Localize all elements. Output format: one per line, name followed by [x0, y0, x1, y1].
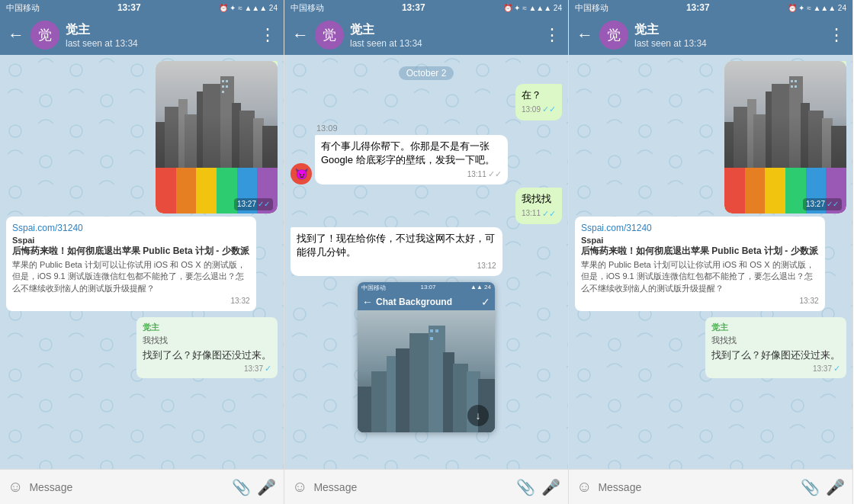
- bottom-bar-3: ☺ 📎 🎤: [569, 469, 852, 504]
- image-bubble: 13:27 ✓✓: [156, 61, 278, 213]
- link-title: 后悔药来啦！如何彻底退出苹果 Public Beta 计划 - 少数派: [12, 245, 250, 258]
- bubble-in2: 找到了！现在给你传，不过我这网不太好，可能得几分钟。 13:12: [291, 227, 502, 276]
- icons-2: ⏰ ✦ ≈ ▲▲▲ 24: [503, 4, 562, 12]
- svg-rect-30: [430, 337, 433, 340]
- menu-button-3[interactable]: ⋮: [828, 25, 845, 45]
- link-time-3: 13:32: [581, 297, 819, 305]
- svg-rect-13: [226, 80, 228, 82]
- svg-rect-31: [724, 61, 846, 168]
- emoji-icon-1[interactable]: ☺: [8, 478, 23, 496]
- double-check-icon-3: ✓✓: [827, 199, 839, 210]
- back-button-2[interactable]: ←: [292, 27, 309, 43]
- message-input-3[interactable]: [598, 481, 795, 493]
- svg-rect-16: [222, 91, 224, 93]
- link-card-3[interactable]: Sspai.com/31240 Sspai 后悔药来啦！如何彻底退出苹果 Pub…: [575, 217, 825, 311]
- attachment-icon-2[interactable]: 📎: [516, 478, 535, 496]
- link-time: 13:32: [12, 297, 250, 305]
- link-card[interactable]: Sspai.com/31240 Sspai 后悔药来啦！如何彻底退出苹果 Pub…: [6, 217, 256, 311]
- image-bubble-3: 13:27 ✓✓: [724, 61, 846, 213]
- emoji-icon-3[interactable]: ☺: [576, 478, 592, 496]
- back-button-3[interactable]: ←: [576, 27, 593, 43]
- svg-rect-6: [203, 84, 222, 168]
- double-check-q1: ✓✓: [542, 104, 556, 115]
- microphone-icon-1[interactable]: 🎤: [257, 478, 276, 496]
- chat-header-1: ← 觉 觉主 last seen at 13:34 ⋮: [0, 15, 284, 55]
- avatar-3: 觉: [599, 21, 628, 50]
- bottom-bar-2: ☺ 📎 🎤: [284, 469, 568, 504]
- svg-rect-32: [724, 122, 736, 168]
- in1-time-top: 13:09: [315, 124, 562, 133]
- quote-text-3: 我找找: [711, 335, 840, 346]
- phone-mockup: 中国移动 13:07 ▲▲ 24 ← Chat Background ✓: [358, 282, 495, 432]
- svg-rect-23: [429, 326, 445, 432]
- svg-rect-1: [156, 122, 167, 168]
- svg-rect-12: [222, 80, 224, 82]
- back-button-1[interactable]: ←: [8, 27, 24, 43]
- msg-row-q1: 在？ 13:09 ✓✓: [291, 84, 562, 120]
- microphone-icon-2[interactable]: 🎤: [541, 478, 560, 496]
- svg-rect-11: [262, 126, 278, 168]
- contact-info-1: 觉主 last seen at 13:34: [66, 22, 253, 49]
- bubble-image-3: 13:27 ✓✓: [724, 61, 846, 213]
- menu-button-1[interactable]: ⋮: [259, 25, 276, 45]
- panel-middle: 中国移动 13:37 ⏰ ✦ ≈ ▲▲▲ 24 ← 觉 觉主 last seen…: [284, 0, 569, 504]
- quote-meta: 13:37 ✓: [143, 364, 271, 374]
- link-body: 苹果的 Public Beta 计划可以让你试用 iOS 和 OS X 的测试版…: [12, 259, 250, 294]
- link-url[interactable]: Sspai.com/31240: [12, 223, 250, 233]
- msg-row-quote: 觉主 我找找 找到了么？好像图还没过来。 13:37 ✓: [6, 317, 278, 378]
- time-3: 13:37: [686, 2, 710, 13]
- quote-main-3: 找到了么？好像图还没过来。: [711, 348, 840, 362]
- incoming-avatar-1: 😈: [291, 163, 312, 185]
- svg-rect-46: [795, 85, 797, 88]
- carrier-3: 中国移动: [575, 2, 608, 14]
- panel-right: 中国移动 13:37 ⏰ ✦ ≈ ▲▲▲ 24 ← 觉 觉主 last seen…: [569, 0, 853, 504]
- meta-out1: 13:11 ✓✓: [522, 208, 556, 220]
- message-input-1[interactable]: [29, 481, 226, 493]
- chat-header-2: ← 觉 觉主 last seen at 13:34 ⋮: [284, 15, 568, 55]
- menu-button-2[interactable]: ⋮: [544, 25, 560, 45]
- city-svg: [156, 61, 278, 168]
- chat-body-1[interactable]: 13:27 ✓✓ Sspai.com/31240 Sspai 后悔药来啦！如何彻…: [0, 55, 284, 469]
- chat-body-3[interactable]: 13:27 ✓✓ Sspai.com/31240 Sspai 后悔药来啦！如何彻…: [569, 55, 852, 469]
- bubble-out1: 我找找 13:11 ✓✓: [515, 188, 562, 224]
- panel-left: 中国移动 13:37 ⏰ ✦ ≈ ▲▲▲ 24 ← 觉 觉主 last seen…: [0, 0, 284, 504]
- phone-body: ↓: [358, 310, 495, 432]
- contact-info-3: 觉主 last seen at 13:34: [634, 22, 822, 49]
- phone-status-bar: 中国移动 13:07 ▲▲ 24: [358, 282, 495, 294]
- time-2: 13:37: [402, 2, 425, 13]
- meta-in2: 13:12: [297, 261, 496, 271]
- quote-text: 我找找: [143, 335, 271, 346]
- chat-body-2[interactable]: October 2 在？ 13:09 ✓✓ 😈 13:09 有个事儿得你帮下。你…: [284, 55, 568, 469]
- meta-in1: 13:11 ✓✓: [321, 169, 502, 180]
- msg-row-quote-3: 觉主 我找找 找到了么？好像图还没过来。 13:37 ✓: [575, 317, 846, 378]
- city-image: [156, 61, 278, 168]
- svg-rect-41: [822, 118, 833, 168]
- svg-rect-25: [453, 364, 468, 432]
- emoji-icon-2[interactable]: ☺: [292, 478, 307, 496]
- icons-3: ⏰ ✦ ≈ ▲▲▲ 24: [788, 4, 846, 12]
- contact-name-3: 觉主: [634, 22, 822, 38]
- msg-row-link: Sspai.com/31240 Sspai 后悔药来啦！如何彻底退出苹果 Pub…: [6, 217, 278, 314]
- link-title-3: 后悔药来啦！如何彻底退出苹果 Public Beta 计划 - 少数派: [581, 245, 819, 258]
- bottom-bar-1: ☺ 📎 🎤: [0, 469, 284, 504]
- msg-row-link-3: Sspai.com/31240 Sspai 后悔药来啦！如何彻底退出苹果 Pub…: [575, 217, 846, 314]
- message-input-2[interactable]: [313, 481, 510, 493]
- carrier-1: 中国移动: [6, 2, 40, 14]
- attachment-icon-3[interactable]: 📎: [801, 478, 820, 496]
- msg-row-image: 13:27 ✓✓: [6, 61, 278, 213]
- svg-rect-18: [358, 387, 373, 432]
- chat-header-3: ← 觉 觉主 last seen at 13:34 ⋮: [569, 15, 852, 55]
- svg-rect-2: [165, 107, 180, 168]
- quote-header: 觉主: [143, 322, 271, 333]
- image-meta: 13:27 ✓✓: [234, 198, 273, 210]
- bubble-q1: 在？ 13:09 ✓✓: [515, 84, 562, 120]
- meta-q1: 13:09 ✓✓: [522, 104, 556, 115]
- status-bar-1: 中国移动 13:37 ⏰ ✦ ≈ ▲▲▲ 24: [0, 0, 284, 15]
- svg-rect-34: [747, 99, 756, 168]
- msg-row-phone: 中国移动 13:07 ▲▲ 24 ← Chat Background ✓: [291, 279, 562, 435]
- attachment-icon-1[interactable]: 📎: [232, 478, 251, 496]
- microphone-icon-3[interactable]: 🎤: [826, 478, 845, 496]
- city-image-3: [724, 61, 846, 168]
- link-url-3[interactable]: Sspai.com/31240: [581, 223, 819, 233]
- contact-status-2: last seen at 13:34: [350, 38, 538, 49]
